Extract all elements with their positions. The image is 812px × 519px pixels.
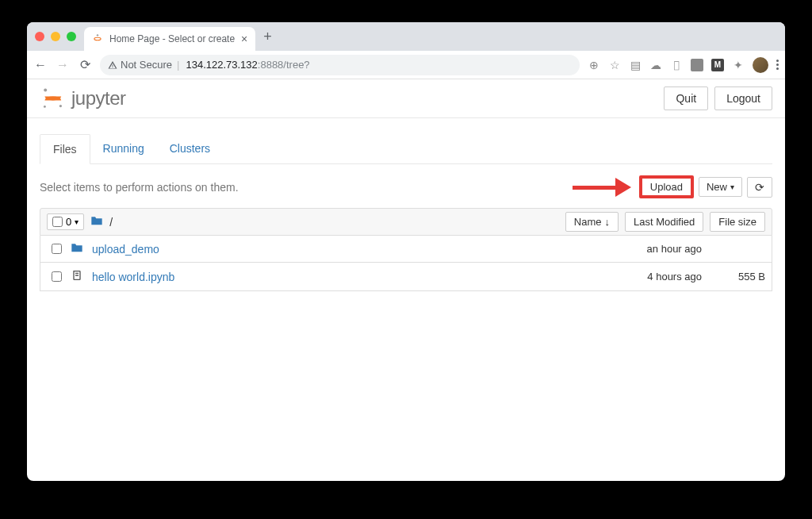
quit-button[interactable]: Quit bbox=[664, 86, 708, 110]
new-tab-button[interactable]: + bbox=[263, 29, 272, 45]
jupyter-logo-icon bbox=[40, 86, 65, 111]
chevron-down-icon: ▾ bbox=[730, 183, 734, 191]
row-checkbox[interactable] bbox=[52, 271, 62, 282]
warning-icon bbox=[108, 60, 117, 70]
annotation-arrow bbox=[239, 181, 639, 194]
file-link[interactable]: upload_demo bbox=[92, 243, 159, 256]
tab-clusters[interactable]: Clusters bbox=[157, 134, 223, 163]
svg-point-0 bbox=[97, 34, 98, 36]
bookmark-icon[interactable]: ☆ bbox=[608, 59, 621, 71]
tab-close-icon[interactable]: × bbox=[241, 33, 247, 44]
url-text: 134.122.73.132:8888/tree? bbox=[186, 59, 309, 71]
logout-button[interactable]: Logout bbox=[714, 86, 772, 110]
arrow-down-icon: ↓ bbox=[604, 216, 610, 228]
back-icon[interactable]: ← bbox=[33, 58, 48, 72]
page-content: jupyter Quit Logout Files Running Cluste… bbox=[27, 79, 785, 481]
zoom-icon[interactable]: ⊕ bbox=[588, 59, 600, 71]
file-modified: an hour ago bbox=[599, 243, 702, 255]
chevron-down-icon: ▾ bbox=[75, 217, 79, 226]
selected-count: 0 bbox=[66, 216, 71, 228]
select-all-checkbox[interactable] bbox=[52, 217, 63, 227]
reload-icon[interactable]: ⟳ bbox=[78, 57, 92, 72]
tab-files[interactable]: Files bbox=[40, 134, 90, 164]
jupyter-favicon-icon bbox=[92, 33, 103, 44]
address-bar: ← → ⟳ Not Secure | 134.122.73.132:8888/t… bbox=[27, 51, 785, 79]
minimize-window-icon[interactable] bbox=[51, 32, 60, 41]
sort-modified-button[interactable]: Last Modified bbox=[625, 212, 703, 232]
extension-icon[interactable]: ▤ bbox=[629, 59, 642, 71]
action-row: Select items to perform actions on them.… bbox=[40, 164, 772, 208]
extension-square-icon[interactable] bbox=[691, 59, 703, 71]
file-size: 555 B bbox=[710, 271, 765, 283]
action-hint: Select items to perform actions on them. bbox=[40, 181, 239, 194]
maximize-window-icon[interactable] bbox=[67, 32, 76, 41]
folder-icon bbox=[70, 242, 84, 256]
select-all-control[interactable]: 0 ▾ bbox=[47, 213, 84, 230]
tab-bar: Home Page - Select or create × + bbox=[27, 22, 785, 51]
sort-name-button[interactable]: Name ↓ bbox=[565, 212, 619, 232]
browser-tab[interactable]: Home Page - Select or create × bbox=[84, 27, 255, 51]
menu-icon[interactable] bbox=[776, 60, 779, 70]
profile-avatar[interactable] bbox=[753, 57, 768, 73]
window-controls bbox=[35, 32, 84, 41]
svg-point-2 bbox=[59, 105, 62, 107]
new-button[interactable]: New ▾ bbox=[699, 177, 742, 197]
file-list-header: 0 ▾ / Name ↓ Last Modified File size bbox=[40, 208, 772, 236]
file-link[interactable]: hello world.ipynb bbox=[92, 271, 174, 283]
file-row: hello world.ipynb 4 hours ago 555 B bbox=[40, 263, 772, 291]
forward-icon[interactable]: → bbox=[56, 58, 70, 72]
refresh-button[interactable]: ⟳ bbox=[747, 177, 772, 198]
extension-m-icon[interactable]: M bbox=[711, 59, 724, 71]
dashboard-tabs: Files Running Clusters bbox=[40, 134, 772, 164]
arrow-icon bbox=[573, 181, 631, 194]
tab-title: Home Page - Select or create bbox=[109, 33, 235, 44]
refresh-icon: ⟳ bbox=[755, 181, 764, 194]
svg-point-3 bbox=[44, 106, 46, 108]
svg-point-1 bbox=[44, 89, 47, 92]
upload-button[interactable]: Upload bbox=[639, 175, 694, 198]
jupyter-logo[interactable]: jupyter bbox=[40, 86, 126, 111]
jupyter-logo-text: jupyter bbox=[71, 87, 126, 110]
not-secure-indicator[interactable]: Not Secure | bbox=[108, 59, 181, 71]
file-row: upload_demo an hour ago bbox=[40, 236, 772, 263]
folder-icon[interactable] bbox=[90, 215, 103, 229]
url-field[interactable]: Not Secure | 134.122.73.132:8888/tree? bbox=[100, 55, 580, 75]
toolbar-icons: ⊕ ☆ ▤ ☁ ⌷ M ✦ bbox=[588, 57, 779, 73]
tab-running[interactable]: Running bbox=[90, 134, 157, 163]
close-window-icon[interactable] bbox=[35, 32, 44, 41]
sort-size-button[interactable]: File size bbox=[710, 212, 765, 232]
browser-window: Home Page - Select or create × + ← → ⟳ N… bbox=[27, 22, 785, 481]
jupyter-header: jupyter Quit Logout bbox=[27, 79, 785, 118]
breadcrumb-root[interactable]: / bbox=[109, 216, 113, 229]
file-modified: 4 hours ago bbox=[599, 271, 702, 283]
notebook-icon bbox=[70, 269, 84, 284]
cloud-icon[interactable]: ☁ bbox=[649, 59, 662, 71]
puzzle-icon[interactable]: ✦ bbox=[732, 59, 745, 71]
camera-icon[interactable]: ⌷ bbox=[670, 59, 683, 71]
row-checkbox[interactable] bbox=[52, 244, 62, 254]
